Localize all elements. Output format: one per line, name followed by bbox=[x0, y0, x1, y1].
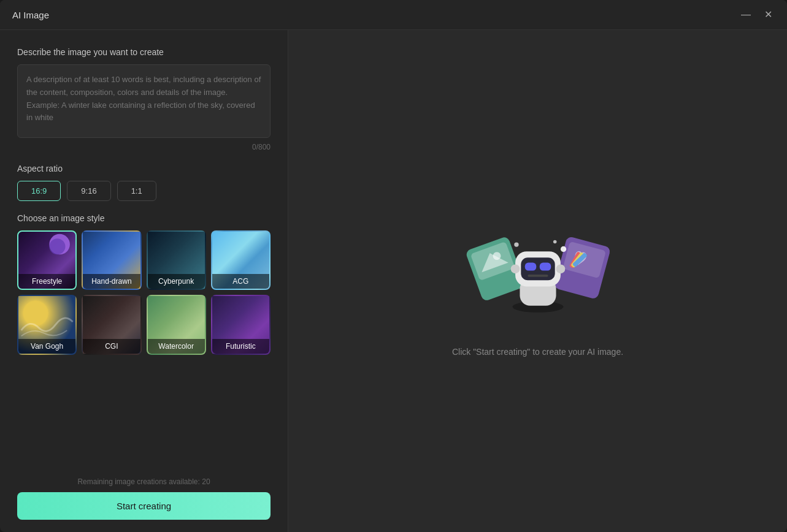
style-card-handdrawn[interactable]: Hand-drawn bbox=[82, 230, 141, 290]
style-grid: Freestyle Hand-drawn Cyberpunk ACG bbox=[17, 230, 271, 355]
style-card-acg[interactable]: ACG bbox=[211, 230, 271, 290]
description-textarea[interactable] bbox=[17, 64, 271, 138]
description-section: Describe the image you want to create 0/… bbox=[17, 47, 271, 164]
start-creating-button[interactable]: Start creating bbox=[17, 492, 271, 520]
style-label-freestyle: Freestyle bbox=[18, 274, 75, 289]
svg-point-20 bbox=[514, 242, 518, 246]
style-card-futuristic[interactable]: Futuristic bbox=[211, 295, 271, 354]
char-count: 0/800 bbox=[17, 143, 271, 151]
style-label-acg: ACG bbox=[212, 274, 269, 289]
svg-point-19 bbox=[553, 240, 556, 243]
hint-text: Click "Start creating" to create your AI… bbox=[452, 347, 623, 357]
style-label-watercolor: Watercolor bbox=[148, 339, 205, 354]
svg-rect-15 bbox=[528, 275, 548, 277]
window-title: AI Image bbox=[12, 10, 49, 20]
style-label-handdrawn: Hand-drawn bbox=[83, 274, 140, 289]
app-window: AI Image — ✕ Describe the image you want… bbox=[0, 0, 787, 532]
minimize-button[interactable]: — bbox=[739, 9, 753, 21]
svg-point-1 bbox=[49, 238, 65, 254]
ratio-btn-16-9[interactable]: 16:9 bbox=[17, 181, 61, 201]
svg-point-2 bbox=[23, 301, 48, 326]
aspect-ratio-label: Aspect ratio bbox=[17, 164, 271, 173]
close-button[interactable]: ✕ bbox=[762, 9, 775, 21]
ratio-buttons: 16:9 9:16 1:1 bbox=[17, 181, 271, 201]
svg-point-17 bbox=[556, 264, 565, 273]
style-label-cyberpunk: Cyberpunk bbox=[148, 274, 205, 289]
svg-rect-14 bbox=[539, 262, 550, 270]
style-label-cgi: CGI bbox=[83, 339, 140, 354]
aspect-ratio-section: Aspect ratio 16:9 9:16 1:1 bbox=[17, 164, 271, 201]
description-label: Describe the image you want to create bbox=[17, 47, 271, 57]
style-card-vangogh[interactable]: Van Gogh bbox=[17, 295, 77, 354]
main-content: Describe the image you want to create 0/… bbox=[0, 30, 787, 532]
style-label-vangogh: Van Gogh bbox=[18, 339, 75, 354]
style-card-watercolor[interactable]: Watercolor bbox=[147, 295, 206, 354]
style-card-cgi[interactable]: CGI bbox=[82, 295, 141, 354]
footer: Remaining image creations available: 20 … bbox=[17, 470, 271, 520]
remaining-text: Remaining image creations available: 20 bbox=[17, 477, 271, 486]
title-bar: AI Image — ✕ bbox=[0, 0, 787, 30]
style-card-freestyle[interactable]: Freestyle bbox=[17, 230, 77, 290]
ratio-btn-1-1[interactable]: 1:1 bbox=[117, 181, 156, 201]
title-bar-controls: — ✕ bbox=[739, 9, 775, 21]
svg-rect-13 bbox=[524, 262, 536, 270]
svg-point-16 bbox=[510, 264, 520, 273]
style-section: Choose an image style Freestyle bbox=[17, 213, 271, 355]
left-panel: Describe the image you want to create 0/… bbox=[0, 30, 288, 532]
svg-point-18 bbox=[560, 246, 566, 251]
style-label-futuristic: Futuristic bbox=[212, 339, 269, 354]
illustration bbox=[464, 206, 612, 329]
right-panel: Click "Start creating" to create your AI… bbox=[288, 30, 787, 532]
style-card-cyberpunk[interactable]: Cyberpunk bbox=[147, 230, 206, 290]
style-label: Choose an image style bbox=[17, 213, 271, 223]
ratio-btn-9-16[interactable]: 9:16 bbox=[67, 181, 110, 201]
